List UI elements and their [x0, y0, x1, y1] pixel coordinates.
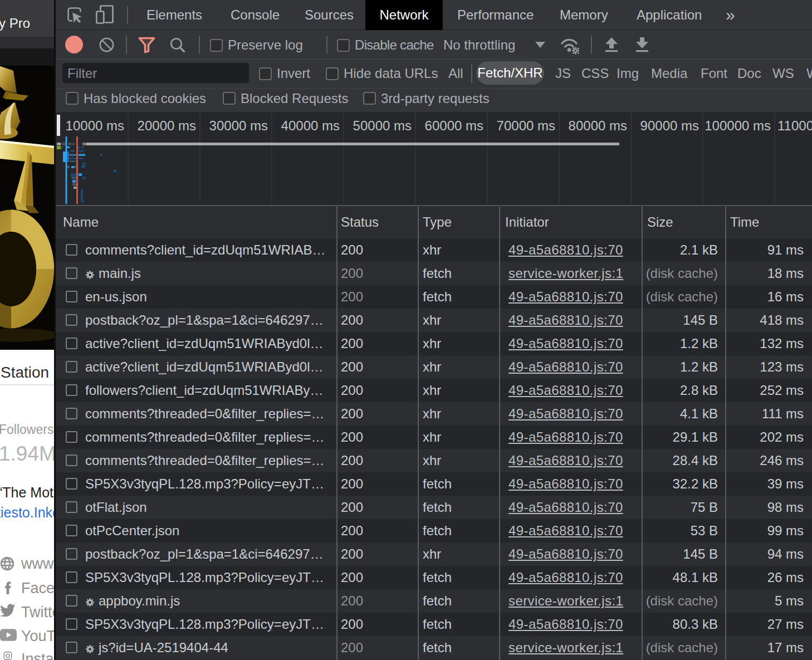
svg-text:90000 ms: 90000 ms [640, 118, 699, 133]
svg-text:50000 ms: 50000 ms [353, 118, 412, 133]
svg-text:40000 ms: 40000 ms [281, 118, 340, 133]
svg-text:100000 ms: 100000 ms [705, 118, 771, 133]
svg-text:60000 ms: 60000 ms [425, 118, 483, 133]
svg-text:110000 ms: 110000 ms [777, 118, 812, 133]
svg-text:20000 ms: 20000 ms [138, 118, 196, 133]
svg-text:70000 ms: 70000 ms [497, 118, 555, 133]
svg-text:30000 ms: 30000 ms [209, 118, 268, 133]
svg-text:10000 ms: 10000 ms [66, 118, 124, 133]
svg-text:80000 ms: 80000 ms [569, 118, 627, 133]
